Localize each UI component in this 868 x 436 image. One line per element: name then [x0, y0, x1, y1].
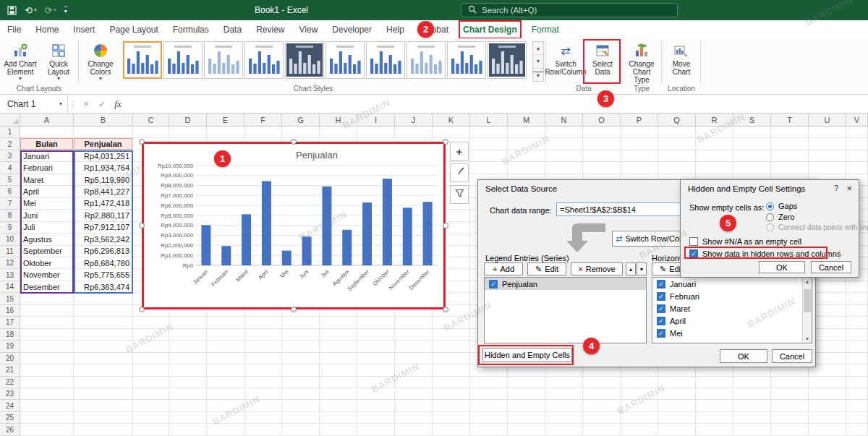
cell-F24[interactable] [244, 400, 282, 411]
tab-home[interactable]: Home [34, 23, 60, 36]
cell-H17[interactable] [320, 317, 357, 328]
select-data-button[interactable]: Select Data [586, 40, 619, 85]
chart-style-3[interactable] [204, 41, 243, 79]
cell-O1[interactable] [583, 127, 621, 138]
cell-K18[interactable] [433, 329, 470, 341]
cell-A9[interactable]: Juli [20, 222, 74, 234]
cell-G22[interactable] [282, 377, 320, 388]
row-header-6[interactable]: 6 [0, 186, 20, 197]
confirm-entry-icon[interactable]: ✓ [94, 99, 110, 109]
cell-A18[interactable] [20, 329, 74, 341]
cell-A13[interactable]: November [20, 269, 74, 281]
row-header-4[interactable]: 4 [0, 162, 20, 174]
cell-P1[interactable] [621, 127, 658, 138]
axis-item-februari[interactable]: Februari [652, 290, 812, 302]
cell-F19[interactable] [244, 341, 282, 352]
cell-V18[interactable] [846, 329, 868, 341]
cell-D25[interactable] [169, 412, 207, 424]
cell-T4[interactable] [771, 162, 809, 174]
cell-A11[interactable]: September [20, 246, 74, 257]
cell-Q2[interactable] [658, 138, 696, 150]
cell-E23[interactable] [207, 388, 244, 400]
cell-I17[interactable] [357, 317, 395, 328]
cell-B14[interactable]: Rp6,363,474 [74, 281, 133, 293]
cell-O23[interactable] [583, 388, 621, 400]
row-header-25[interactable]: 25 [0, 412, 20, 424]
cell-B1[interactable] [74, 127, 133, 138]
cell-R25[interactable] [696, 412, 733, 424]
cell-Q22[interactable] [658, 377, 696, 388]
col-header-J[interactable]: J [395, 114, 433, 127]
cell-T24[interactable] [771, 400, 809, 411]
cell-R22[interactable] [696, 377, 733, 388]
cell-A7[interactable]: Mei [20, 198, 74, 210]
cell-R3[interactable] [696, 150, 733, 162]
cell-B22[interactable] [74, 377, 133, 388]
cell-D22[interactable] [169, 377, 207, 388]
cell-K22[interactable] [433, 377, 470, 388]
hidden-and-empty-cells-button[interactable]: Hidden and Empty Cells [482, 348, 572, 362]
cell-E17[interactable] [207, 317, 244, 328]
cell-H21[interactable] [320, 364, 357, 376]
cell-A12[interactable]: Oktober [20, 257, 74, 269]
axis-item-mei[interactable]: Mei [652, 327, 812, 339]
cell-N3[interactable] [545, 150, 583, 162]
cell-V3[interactable] [846, 150, 868, 162]
col-header-G[interactable]: G [282, 114, 320, 127]
help-icon[interactable]: ? [834, 184, 838, 192]
cell-D23[interactable] [169, 388, 207, 400]
cell-V19[interactable] [846, 341, 868, 352]
cell-B25[interactable] [74, 412, 133, 424]
cell-D20[interactable] [169, 353, 207, 364]
save-icon[interactable] [7, 6, 17, 15]
close-icon[interactable]: × [846, 183, 852, 194]
cell-I1[interactable] [357, 127, 395, 138]
cell-R23[interactable] [696, 388, 733, 400]
row-header-21[interactable]: 21 [0, 364, 20, 376]
cell-K1[interactable] [433, 127, 470, 138]
cell-B16[interactable] [74, 305, 133, 317]
gallery-scroll-up-icon[interactable]: ▲ [533, 42, 543, 55]
cell-O25[interactable] [583, 412, 621, 424]
cell-S2[interactable] [733, 138, 771, 150]
cell-B8[interactable]: Rp2,880,117 [74, 210, 133, 221]
col-header-N[interactable]: N [545, 114, 583, 127]
cell-R24[interactable] [696, 400, 733, 411]
cell-T26[interactable] [771, 424, 809, 435]
cell-Q26[interactable] [658, 424, 696, 435]
cell-U23[interactable] [809, 388, 846, 400]
cell-T22[interactable] [771, 377, 809, 388]
cell-S26[interactable] [733, 424, 771, 435]
cell-D26[interactable] [169, 424, 207, 435]
cell-M25[interactable] [508, 412, 545, 424]
cancel-entry-icon[interactable]: × [78, 99, 94, 109]
chart-style-1[interactable] [123, 41, 162, 79]
cell-F20[interactable] [244, 353, 282, 364]
row-header-18[interactable]: 18 [0, 329, 20, 341]
cell-L4[interactable] [470, 162, 508, 174]
cell-N25[interactable] [545, 412, 583, 424]
cell-B13[interactable]: Rp5,775,655 [74, 269, 133, 281]
cell-U3[interactable] [809, 150, 846, 162]
cell-F21[interactable] [244, 364, 282, 376]
cell-T23[interactable] [771, 388, 809, 400]
cell-Q24[interactable] [658, 400, 696, 411]
cell-L1[interactable] [470, 127, 508, 138]
tab-view[interactable]: View [298, 23, 320, 36]
radio-zero[interactable] [766, 213, 774, 221]
cell-N4[interactable] [545, 162, 583, 174]
cell-O4[interactable] [583, 162, 621, 174]
row-header-5[interactable]: 5 [0, 174, 20, 186]
select-all-corner[interactable] [0, 114, 20, 127]
cell-N2[interactable] [545, 138, 583, 150]
name-box[interactable]: Chart 1 ▾ [0, 95, 68, 113]
cell-G26[interactable] [282, 424, 320, 435]
cell-H19[interactable] [320, 341, 357, 352]
cell-I24[interactable] [357, 400, 395, 411]
cell-E20[interactable] [207, 353, 244, 364]
scroll-down-icon[interactable]: ▼ [804, 336, 811, 341]
show-na-checkbox-row[interactable]: Show #N/A as an empty cell [689, 237, 801, 246]
cell-A15[interactable] [20, 293, 74, 304]
cell-V23[interactable] [846, 388, 868, 400]
cell-Q1[interactable] [658, 127, 696, 138]
